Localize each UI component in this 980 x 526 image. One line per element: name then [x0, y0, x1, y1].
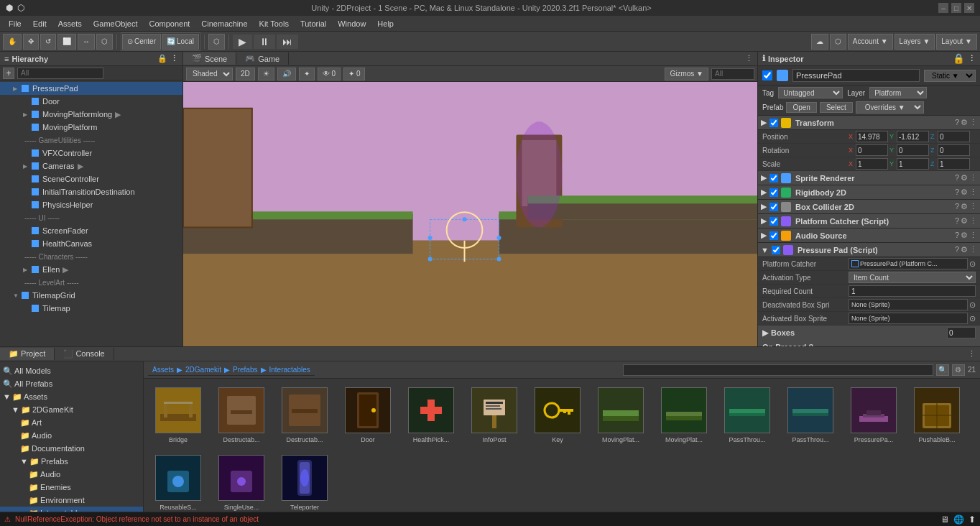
- position-z-input[interactable]: [938, 131, 970, 142]
- audiosource-enabled-checkbox[interactable]: [769, 231, 778, 240]
- help-icon[interactable]: ?: [955, 231, 959, 240]
- project-art[interactable]: 📁 Art: [0, 416, 143, 429]
- menu-tutorial[interactable]: Tutorial: [295, 18, 332, 29]
- asset-passthrough-2[interactable]: PassThrou...: [782, 384, 839, 446]
- rotation-y-input[interactable]: [897, 144, 929, 156]
- hierarchy-item-ellen[interactable]: ▶ Ellen ▶: [0, 263, 182, 276]
- help-icon[interactable]: ?: [955, 173, 959, 183]
- project-all-models[interactable]: 🔍 All Models: [0, 364, 143, 377]
- project-prefabs-audio[interactable]: 📁 Audio: [0, 468, 143, 481]
- asset-movingplat-2[interactable]: MovingPlat...: [655, 384, 713, 446]
- rotate-tool[interactable]: ↺: [40, 34, 56, 50]
- overrides-dropdown[interactable]: Overrides ▼: [856, 101, 924, 114]
- hierarchy-item-healthcanvas[interactable]: HealthCanvas: [0, 237, 182, 250]
- hierarchy-item-door[interactable]: Door: [0, 95, 182, 108]
- asset-key[interactable]: Key: [529, 384, 586, 446]
- settings-icon[interactable]: ⚙: [961, 173, 968, 183]
- step-button[interactable]: ⏭: [277, 34, 298, 49]
- menu-component[interactable]: Component: [143, 18, 195, 29]
- hierarchy-item-movingplatformlong[interactable]: ▶ MovingPlatformlong ▶: [0, 108, 182, 121]
- component-menu-icon[interactable]: ⋮: [969, 202, 977, 211]
- maximize-button[interactable]: □: [951, 3, 961, 13]
- hierarchy-search-input[interactable]: [17, 68, 103, 79]
- help-icon[interactable]: ?: [955, 118, 959, 127]
- deactivated-sprite-circle-icon[interactable]: ⊙: [969, 300, 976, 310]
- asset-pushablebox[interactable]: PushableB...: [908, 384, 966, 446]
- breadcrumb-2dgamekit[interactable]: 2DGamekit: [185, 366, 221, 374]
- boxcollider-header[interactable]: ▶ Box Collider 2D ? ⚙ ⋮: [758, 200, 980, 214]
- breadcrumb-prefabs[interactable]: Prefabs: [233, 366, 257, 374]
- tab-scene[interactable]: 🎬 Scene: [183, 52, 236, 65]
- hierarchy-add-button[interactable]: +: [3, 68, 14, 79]
- menu-assets[interactable]: Assets: [52, 18, 88, 29]
- component-menu-icon[interactable]: ⋮: [969, 173, 977, 183]
- hierarchy-item-tilemapgrid[interactable]: ▼ TilemapGrid: [0, 289, 182, 302]
- menu-kittools[interactable]: Kit Tools: [254, 18, 295, 29]
- hierarchy-item-scenecontroller[interactable]: SceneController: [0, 172, 182, 185]
- settings-icon[interactable]: ⚙: [961, 118, 968, 127]
- lighting-button[interactable]: ☀: [258, 68, 274, 80]
- account-button[interactable]: Account ▼: [848, 34, 893, 50]
- menu-window[interactable]: Window: [332, 18, 371, 29]
- asset-destructable-1[interactable]: Destructab...: [213, 384, 270, 446]
- project-all-prefabs[interactable]: 🔍 All Prefabs: [0, 377, 143, 390]
- asset-infopost[interactable]: InfoPost: [466, 384, 523, 446]
- custom-tool[interactable]: ⬡: [208, 34, 225, 50]
- project-search-input[interactable]: [623, 364, 933, 376]
- project-prefabs[interactable]: ▼ 📁 Prefabs: [0, 455, 143, 468]
- asset-healthpick[interactable]: HealthPick...: [402, 384, 460, 446]
- transform-enabled-checkbox[interactable]: [769, 119, 778, 127]
- component-menu-icon[interactable]: ⋮: [969, 245, 977, 254]
- project-documentation[interactable]: 📁 Documentation: [0, 442, 143, 455]
- gameobject-name-input[interactable]: [792, 69, 920, 82]
- asset-destructable-2[interactable]: Destructab...: [276, 384, 333, 446]
- rotation-x-input[interactable]: [856, 144, 888, 156]
- hierarchy-item-cameras[interactable]: ▶ Cameras ▶: [0, 160, 182, 172]
- boxcollider-enabled-checkbox[interactable]: [769, 203, 778, 211]
- minimize-button[interactable]: –: [938, 3, 948, 13]
- platform-catcher-ref[interactable]: PressurePad (Platform C...: [849, 258, 968, 269]
- audiosource-header[interactable]: ▶ Audio Source ? ⚙ ⋮: [758, 229, 980, 243]
- project-2dgamekit[interactable]: ▼ 📁 2DGameKit: [0, 403, 143, 416]
- menu-help[interactable]: Help: [371, 18, 399, 29]
- local-toggle-button[interactable]: 🔄 Local: [162, 34, 199, 50]
- status-icon-1[interactable]: 🖥: [940, 515, 949, 525]
- on-pressed-header[interactable]: On Pressed (): [758, 340, 980, 346]
- layout-button[interactable]: Layout ▼: [936, 34, 977, 50]
- scale-y-input[interactable]: [897, 158, 929, 170]
- project-prefabs-interactables[interactable]: 📁 Interactables: [0, 507, 143, 512]
- boxes-section-header[interactable]: ▶ Boxes: [758, 326, 980, 340]
- center-pivot-button[interactable]: ⊙ Center: [122, 34, 161, 50]
- component-menu-icon[interactable]: ⋮: [969, 118, 977, 127]
- asset-teleporter[interactable]: Teleporter: [276, 452, 333, 512]
- scene-viewport[interactable]: [183, 82, 757, 346]
- project-prefabs-enemies[interactable]: 📁 Enemies: [0, 481, 143, 494]
- scale-x-input[interactable]: [856, 158, 888, 170]
- 2d-mode-button[interactable]: 2D: [236, 68, 255, 80]
- settings-icon[interactable]: ⚙: [961, 245, 968, 254]
- transform-tool[interactable]: ⬡: [96, 34, 113, 50]
- activation-type-dropdown[interactable]: Item Count: [849, 272, 976, 283]
- collab-button[interactable]: ☁: [811, 34, 828, 50]
- platformcatcher-header[interactable]: ▶ Platform Catcher (Script) ? ⚙ ⋮: [758, 214, 980, 229]
- asset-pressurepad[interactable]: PressurePa...: [845, 384, 902, 446]
- sprite-renderer-header[interactable]: ▶ Sprite Renderer ? ⚙ ⋮: [758, 171, 980, 185]
- transform-component-header[interactable]: ▶ Transform ? ⚙ ⋮: [758, 116, 980, 130]
- project-audio[interactable]: 📁 Audio: [0, 429, 143, 442]
- rigidbody-enabled-checkbox[interactable]: [769, 188, 778, 197]
- boxes-count-input[interactable]: [947, 327, 976, 338]
- position-x-input[interactable]: [856, 131, 888, 142]
- component-menu-icon[interactable]: ⋮: [969, 231, 977, 240]
- component-menu-icon[interactable]: ⋮: [969, 188, 977, 197]
- breadcrumb-interactables[interactable]: Interactables: [269, 366, 310, 374]
- tab-console[interactable]: ⬛ Console: [55, 348, 114, 360]
- close-button[interactable]: ✕: [964, 3, 974, 13]
- scene-search-input[interactable]: [711, 68, 754, 80]
- static-dropdown[interactable]: Static ▼: [924, 70, 976, 82]
- help-icon[interactable]: ?: [955, 216, 959, 226]
- asset-passthrough-1[interactable]: PassThrou...: [718, 384, 776, 446]
- asset-bridge[interactable]: Bridge: [149, 384, 207, 446]
- hierarchy-item-movingplatform[interactable]: MovingPlatform: [0, 121, 182, 134]
- position-y-input[interactable]: [897, 131, 929, 142]
- shading-mode-dropdown[interactable]: Shaded: [186, 68, 233, 80]
